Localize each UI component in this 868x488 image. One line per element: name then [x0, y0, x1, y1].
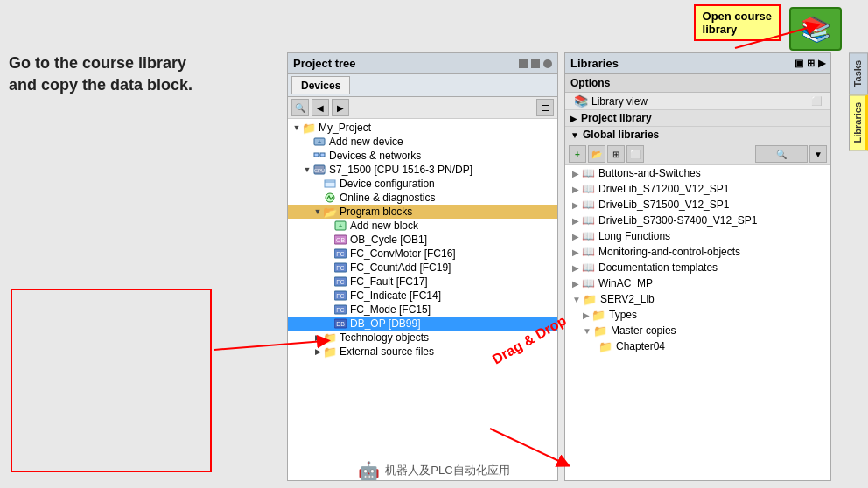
tree-item-program-blocks[interactable]: ▼ 📂 Program blocks: [288, 205, 557, 219]
icon-fc-fault: FC: [333, 275, 347, 288]
icon-fc-countadd: FC: [333, 261, 347, 274]
options-header: Options: [565, 74, 830, 93]
pin-icon[interactable]: [531, 59, 540, 68]
icon-db-op: DB: [333, 317, 347, 330]
svg-text:+: +: [339, 222, 343, 230]
icon-device-config: [323, 178, 337, 190]
arrow-master-copies: ▼: [583, 326, 592, 336]
icon-monitoring: 📖: [581, 246, 595, 258]
svg-text:+: +: [318, 138, 322, 146]
tree-item-fc-fault[interactable]: FC FC_Fault [FC17]: [288, 275, 557, 289]
icon-add-device: +: [312, 136, 326, 148]
project-tree-title: Project tree: [293, 57, 356, 70]
label-fc-convmotor: FC_ConvMotor [FC16]: [350, 247, 456, 260]
open-course-icon: 📚: [801, 15, 831, 44]
filter-lib-btn[interactable]: ▼: [809, 145, 827, 163]
project-library-section[interactable]: ▶ Project library: [565, 110, 830, 127]
tree-item-ob-cycle[interactable]: OB OB_Cycle [OB1]: [288, 233, 557, 247]
instruction-area: Go to the course libraryand copy the dat…: [9, 52, 254, 96]
arrow-tech-objects: ▶: [312, 332, 323, 343]
arrow-fc-countadd: [323, 262, 333, 273]
library-view-row[interactable]: 📚 Library view ⬜: [565, 93, 830, 110]
close-icon[interactable]: [543, 59, 552, 68]
lib-item-chapter04[interactable]: 📁 Chapter04: [565, 338, 830, 354]
global-libraries-section[interactable]: ▼ Global libraries: [565, 127, 830, 143]
icon-chapter04: 📁: [598, 340, 612, 352]
lib-item-types[interactable]: ▶ 📁 Types: [565, 307, 830, 323]
tree-item-device-config[interactable]: Device configuration: [288, 177, 557, 191]
icon-drivelib-s7300: 📖: [581, 214, 595, 227]
lib-item-master-copies[interactable]: ▼ 📁 Master copies: [565, 323, 830, 338]
lib-item-buttons[interactable]: ▶ 📖 Buttons-and-Switches: [565, 165, 830, 181]
lib-item-drivelib-s7300[interactable]: ▶ 📖 DriveLib_S7300-S7400_V12_SP1: [565, 213, 830, 228]
lib-item-serv2[interactable]: ▼ 📁 SERV2_Lib: [565, 291, 830, 307]
global-lib-arrow: ▼: [570, 130, 579, 140]
lib-collapse-icon[interactable]: ▣: [794, 58, 803, 69]
label-device-config: Device configuration: [340, 178, 435, 190]
arrow-db-op: [323, 318, 333, 329]
icon-fc-convmotor: FC: [333, 247, 347, 260]
list-btn[interactable]: ☰: [536, 99, 554, 116]
tree-item-fc-convmotor[interactable]: FC FC_ConvMotor [FC16]: [288, 247, 557, 261]
label-my-project: My_Project: [318, 122, 371, 134]
arrow-program-blocks: ▼: [312, 206, 323, 217]
lib-item-doc-templates[interactable]: ▶ 📖 Documentation templates: [565, 260, 830, 275]
arrow-drivelib-s71500: ▶: [572, 200, 579, 210]
arrow-dev-networks: [302, 150, 312, 161]
svg-text:FC: FC: [336, 279, 344, 285]
watermark-text: 机器人及PLC自动化应用: [385, 463, 509, 478]
tree-item-db-op[interactable]: DB DB_OP [DB99]: [288, 317, 557, 331]
move-lib-btn[interactable]: ⬜: [626, 145, 644, 163]
open-lib-btn[interactable]: 📂: [588, 145, 606, 163]
label-serv2: SERV2_Lib: [600, 293, 654, 305]
svg-rect-2: [314, 153, 318, 157]
new-lib-btn[interactable]: +: [569, 145, 586, 163]
project-tree-toolbar: 🔍 ◀ ▶ ☰: [288, 97, 557, 119]
lib-item-long-functions[interactable]: ▶ 📖 Long Functions: [565, 228, 830, 244]
lib-item-drivelib-s71200[interactable]: ▶ 📖 DriveLib_S71200_V12_SP1: [565, 181, 830, 197]
tree-item-add-device[interactable]: + Add new device: [288, 135, 557, 149]
tree-item-fc-mode[interactable]: FC FC_Mode [FC15]: [288, 303, 557, 317]
forward-btn[interactable]: ▶: [332, 99, 349, 116]
icon-add-block: +: [333, 220, 347, 232]
tree-item-fc-countadd[interactable]: FC FC_CountAdd [FC19]: [288, 261, 557, 275]
tree-item-my-project[interactable]: ▼ 📁 My_Project: [288, 121, 557, 135]
icon-fc-mode: FC: [333, 303, 347, 316]
tree-item-s7-1500[interactable]: ▼ CPU S7_1500 [CPU 1516-3 PN/DP]: [288, 163, 557, 177]
arrow-my-project: ▼: [291, 122, 302, 133]
tab-libraries[interactable]: Libraries: [849, 94, 868, 150]
tree-item-fc-indicate[interactable]: FC FC_Indicate [FC14]: [288, 289, 557, 303]
label-long-functions: Long Functions: [598, 230, 670, 242]
back-btn[interactable]: ◀: [312, 99, 329, 116]
search-lib-btn[interactable]: 🔍: [755, 145, 808, 163]
icon-master-copies: 📁: [593, 324, 607, 337]
label-fc-mode: FC_Mode [FC15]: [350, 303, 430, 316]
tab-devices[interactable]: Devices: [291, 76, 350, 94]
arrow-ob-cycle: [323, 234, 333, 245]
label-ob-cycle: OB_Cycle [OB1]: [350, 234, 427, 246]
icon-buttons: 📖: [581, 167, 595, 179]
label-buttons: Buttons-and-Switches: [598, 167, 701, 179]
copy-lib-btn[interactable]: ⊞: [607, 145, 625, 163]
label-tech-objects: Technology objects: [340, 331, 429, 344]
label-monitoring: Monitoring-and-control-objects: [598, 246, 740, 258]
tree-item-online-diag[interactable]: Online & diagnostics: [288, 191, 557, 205]
lib-item-drivelib-s71500[interactable]: ▶ 📖 DriveLib_S71500_V12_SP1: [565, 197, 830, 213]
lib-arrow-icon[interactable]: ▶: [818, 58, 825, 69]
tree-item-dev-networks[interactable]: Devices & networks: [288, 149, 557, 163]
search-btn[interactable]: 🔍: [291, 99, 309, 116]
collapse-icon[interactable]: [519, 59, 528, 68]
lib-pin-icon[interactable]: ⊞: [807, 58, 815, 69]
icon-drivelib-s71200: 📖: [581, 183, 595, 195]
svg-text:DB: DB: [336, 321, 345, 327]
label-program-blocks: Program blocks: [340, 206, 412, 218]
icon-ext-sources: 📁: [323, 345, 337, 358]
tree-item-add-block[interactable]: + Add new block: [288, 219, 557, 233]
arrow-long-functions: ▶: [572, 232, 579, 241]
label-add-device: Add new device: [329, 136, 403, 148]
label-chapter04: Chapter04: [616, 340, 665, 352]
lib-item-winac[interactable]: ▶ 📖 WinAC_MP: [565, 275, 830, 291]
tab-tasks[interactable]: Tasks: [849, 52, 868, 94]
lib-item-monitoring[interactable]: ▶ 📖 Monitoring-and-control-objects: [565, 244, 830, 260]
open-course-button[interactable]: 📚: [789, 7, 842, 51]
